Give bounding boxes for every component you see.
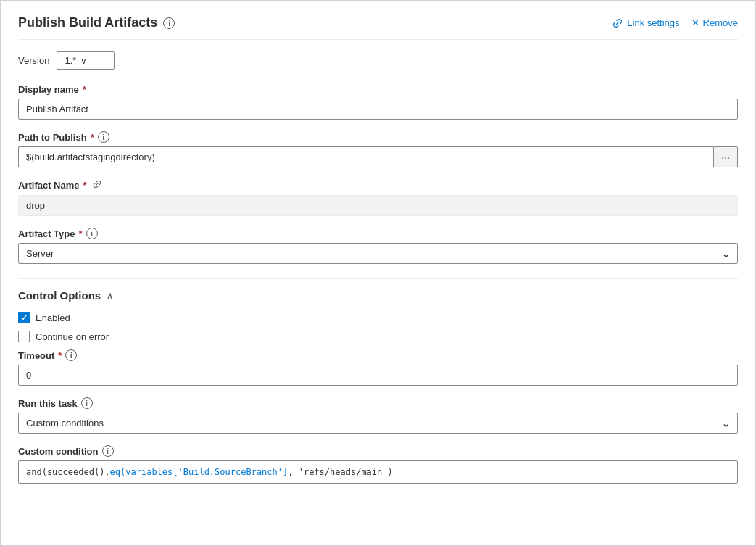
version-label: Version <box>18 55 49 66</box>
required-indicator: * <box>83 84 86 95</box>
version-dropdown[interactable]: 1.* ∨ <box>57 51 115 70</box>
path-to-publish-label: Path to Publish * i <box>18 131 738 143</box>
artifact-type-group: Artifact Type * i Server Azure Pipelines <box>18 228 738 264</box>
close-icon: ✕ <box>691 17 699 28</box>
display-name-label: Display name * <box>18 84 738 95</box>
required-indicator-path: * <box>91 132 94 143</box>
enabled-checkbox-row: Enabled <box>18 312 738 323</box>
control-options-section-title: Control Options ∧ <box>18 289 738 302</box>
link-settings-button[interactable]: Link settings <box>612 17 679 29</box>
path-to-publish-group: Path to Publish * i ··· <box>18 131 738 167</box>
artifact-name-input: drop <box>18 195 738 216</box>
header-actions: Link settings ✕ Remove <box>612 17 738 29</box>
run-task-info-icon[interactable]: i <box>81 397 93 409</box>
artifact-type-label: Artifact Type * i <box>18 228 738 239</box>
timeout-label: Timeout * i <box>18 349 738 361</box>
custom-condition-info-icon[interactable]: i <box>102 445 114 457</box>
required-indicator-timeout: * <box>58 350 62 361</box>
artifact-type-select[interactable]: Server Azure Pipelines <box>18 243 738 264</box>
custom-condition-label: Custom condition i <box>18 445 738 457</box>
continue-on-error-checkbox-row: Continue on error <box>18 331 738 342</box>
timeout-group: Timeout * i <box>18 349 738 386</box>
version-value: 1.* <box>65 55 76 66</box>
section-divider <box>18 278 738 279</box>
artifact-name-group: Artifact Name * drop <box>18 179 738 216</box>
timeout-info-icon[interactable]: i <box>65 349 77 361</box>
link-icon <box>612 17 623 29</box>
version-row: Version 1.* ∨ <box>18 51 738 70</box>
run-this-task-group: Run this task i Custom conditions Always… <box>18 397 738 434</box>
run-this-task-label: Run this task i <box>18 397 738 409</box>
required-indicator-type: * <box>79 228 83 239</box>
run-this-task-select[interactable]: Custom conditions Always Even if a previ… <box>18 413 738 434</box>
artifact-link-icon <box>92 179 102 191</box>
enabled-checkbox[interactable] <box>18 312 30 323</box>
enabled-label: Enabled <box>36 313 70 323</box>
artifact-type-info-icon[interactable]: i <box>86 228 98 239</box>
timeout-input[interactable] <box>18 365 738 386</box>
custom-condition-group: Custom condition i and(succeeded(), eq(v… <box>18 445 738 484</box>
continue-on-error-checkbox[interactable] <box>18 331 30 342</box>
control-options-chevron-icon[interactable]: ∧ <box>107 291 113 301</box>
artifact-name-label: Artifact Name * <box>18 179 738 191</box>
display-name-group: Display name * <box>18 84 738 120</box>
page-title: Publish Build Artifacts <box>18 15 157 30</box>
remove-button[interactable]: ✕ Remove <box>691 17 738 28</box>
path-to-publish-input[interactable] <box>18 146 713 167</box>
custom-condition-input[interactable]: and(succeeded(), eq(variables['Build.Sou… <box>18 460 738 484</box>
artifact-type-select-wrapper: Server Azure Pipelines <box>18 243 738 264</box>
path-input-wrapper: ··· <box>18 146 738 167</box>
run-this-task-select-wrapper: Custom conditions Always Even if a previ… <box>18 413 738 434</box>
continue-on-error-label: Continue on error <box>36 331 109 342</box>
required-indicator-artifact: * <box>83 180 87 191</box>
chevron-down-icon: ∨ <box>80 56 87 66</box>
path-ellipsis-button[interactable]: ··· <box>713 146 738 167</box>
display-name-input[interactable] <box>18 99 738 120</box>
path-info-icon[interactable]: i <box>98 131 109 143</box>
title-info-icon[interactable]: i <box>163 17 175 29</box>
condition-link: eq(variables['Build.SourceBranch'] <box>110 467 288 477</box>
